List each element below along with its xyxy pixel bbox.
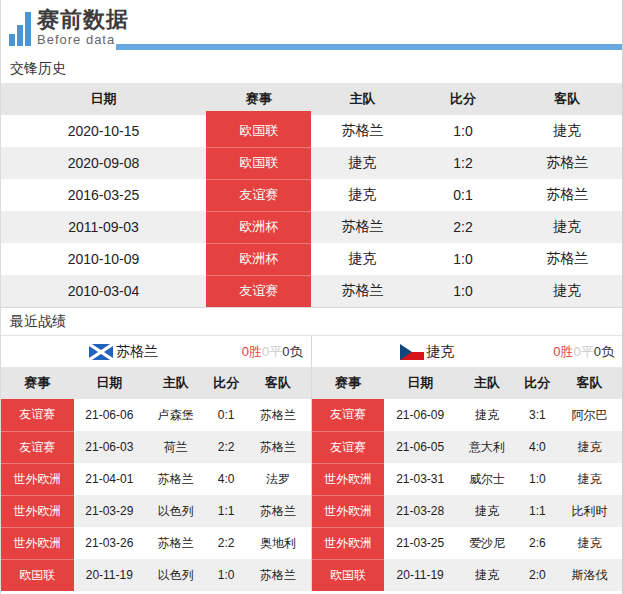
table-row: 友谊赛21-06-09捷克3:1阿尔巴 — [312, 399, 623, 431]
home-cell: 以色列 — [145, 495, 207, 527]
home-cell: 捷克 — [311, 147, 413, 179]
competition-badge: 世外欧洲 — [1, 527, 74, 559]
date-cell: 2011-09-03 — [1, 211, 206, 243]
table-row: 2010-10-09欧洲杯捷克1:0苏格兰 — [1, 243, 622, 275]
home-cell: 苏格兰 — [311, 211, 413, 243]
table-row: 友谊赛21-06-06卢森堡0:1苏格兰 — [1, 399, 311, 431]
competition-badge: 欧国联 — [1, 559, 74, 591]
score-cell: 4:0 — [518, 431, 557, 463]
date-cell: 21-03-31 — [384, 463, 455, 495]
date-cell: 2010-03-04 — [1, 275, 206, 307]
col-header-date: 日期 — [384, 367, 455, 399]
competition-badge: 友谊赛 — [312, 399, 385, 431]
home-cell: 卢森堡 — [145, 399, 207, 431]
away-cell: 苏格兰 — [513, 179, 622, 211]
score-cell: 1:0 — [413, 275, 512, 307]
competition-badge: 友谊赛 — [312, 431, 385, 463]
header-accent-bar — [116, 44, 622, 50]
date-cell: 2010-10-09 — [1, 243, 206, 275]
competition-badge: 友谊赛 — [1, 431, 74, 463]
table-row: 世外欧洲21-03-28捷克1:1比利时 — [312, 495, 623, 527]
away-cell: 苏格兰 — [245, 399, 310, 431]
away-cell: 苏格兰 — [513, 243, 622, 275]
table-row: 欧国联20-11-19以色列1:0苏格兰 — [1, 559, 311, 591]
away-cell: 捷克 — [557, 463, 622, 495]
away-cell: 捷克 — [557, 527, 622, 559]
date-cell: 2020-09-08 — [1, 147, 206, 179]
table-row: 世外欧洲21-03-26苏格兰2:2奥地利 — [1, 527, 311, 559]
home-cell: 捷克 — [456, 399, 518, 431]
score-cell: 0:1 — [413, 179, 512, 211]
recent-results-section: 最近战绩 苏格兰 0胜0平0负 — [1, 307, 622, 591]
home-cell: 捷克 — [311, 243, 413, 275]
away-cell: 苏格兰 — [245, 559, 310, 591]
competition-badge: 友谊赛 — [206, 179, 312, 211]
table-row: 2020-10-15欧国联苏格兰1:0捷克 — [1, 115, 622, 147]
record-losses: 0负 — [282, 344, 302, 359]
home-cell: 苏格兰 — [311, 275, 413, 307]
logo-title: 赛前数据 — [37, 9, 129, 31]
competition-badge: 欧洲杯 — [206, 211, 312, 243]
home-cell: 捷克 — [456, 559, 518, 591]
record-losses: 0负 — [594, 344, 614, 359]
away-cell: 斯洛伐 — [557, 559, 622, 591]
record-draws: 0平 — [574, 344, 594, 359]
recent-table-czech: 赛事 日期 主队 比分 客队 友谊赛21-06-09捷克3:1阿尔巴友谊赛21-… — [312, 367, 623, 591]
team-name: 苏格兰 — [116, 343, 158, 361]
table-row: 世外欧洲21-03-29以色列1:1苏格兰 — [1, 495, 311, 527]
h2h-table: 日期 赛事 主队 比分 客队 2020-10-15欧国联苏格兰1:0捷克2020… — [1, 83, 622, 307]
score-cell: 4:0 — [207, 463, 246, 495]
table-row: 友谊赛21-06-03荷兰2:2苏格兰 — [1, 431, 311, 463]
col-header-away: 客队 — [245, 367, 310, 399]
col-header-competition: 赛事 — [1, 367, 74, 399]
competition-badge: 世外欧洲 — [1, 463, 74, 495]
col-header-competition: 赛事 — [312, 367, 385, 399]
team-strip-scotland: 苏格兰 0胜0平0负 — [1, 336, 311, 367]
competition-badge: 欧国联 — [206, 147, 312, 179]
before-data-logo: 赛前数据 Before data — [9, 8, 129, 46]
team-scotland: 苏格兰 — [89, 343, 158, 361]
col-header-score: 比分 — [518, 367, 557, 399]
score-cell: 1:1 — [518, 495, 557, 527]
score-cell: 2:2 — [413, 211, 512, 243]
team-czech: 捷克 — [400, 343, 455, 361]
record-wins: 0胜 — [553, 344, 573, 359]
record-czech: 0胜0平0负 — [553, 343, 614, 361]
team-name: 捷克 — [427, 343, 455, 361]
home-cell: 捷克 — [311, 179, 413, 211]
date-cell: 21-04-01 — [74, 463, 145, 495]
h2h-header-row: 日期 赛事 主队 比分 客队 — [1, 83, 622, 115]
record-draws: 0平 — [262, 344, 282, 359]
home-cell: 威尔士 — [456, 463, 518, 495]
score-cell: 1:0 — [518, 463, 557, 495]
date-cell: 20-11-19 — [384, 559, 455, 591]
home-cell: 意大利 — [456, 431, 518, 463]
col-header-date: 日期 — [74, 367, 145, 399]
away-cell: 捷克 — [557, 431, 622, 463]
recent-panel-czech: 捷克 0胜0平0负 赛事 日期 主队 比分 — [312, 336, 623, 591]
page-header: 赛前数据 Before data — [1, 0, 622, 55]
recent-header-row: 赛事 日期 主队 比分 客队 — [312, 367, 623, 399]
table-row: 世外欧洲21-04-01苏格兰4:0法罗 — [1, 463, 311, 495]
date-cell: 21-06-06 — [74, 399, 145, 431]
away-cell: 捷克 — [513, 115, 622, 147]
competition-badge: 世外欧洲 — [1, 495, 74, 527]
away-cell: 捷克 — [513, 275, 622, 307]
date-cell: 21-06-03 — [74, 431, 145, 463]
recent-panels: 苏格兰 0胜0平0负 赛事 日期 主队 比分 — [1, 336, 622, 591]
away-cell: 苏格兰 — [245, 495, 310, 527]
team-strip-czech: 捷克 0胜0平0负 — [312, 336, 623, 367]
table-row: 2016-03-25友谊赛捷克0:1苏格兰 — [1, 179, 622, 211]
recent-table-scotland: 赛事 日期 主队 比分 客队 友谊赛21-06-06卢森堡0:1苏格兰友谊赛21… — [1, 367, 311, 591]
home-cell: 爱沙尼 — [456, 527, 518, 559]
czech-flag-icon — [400, 344, 424, 360]
home-cell: 以色列 — [145, 559, 207, 591]
home-cell: 荷兰 — [145, 431, 207, 463]
date-cell: 21-03-26 — [74, 527, 145, 559]
bar-chart-icon — [9, 8, 33, 46]
score-cell: 1:0 — [207, 559, 246, 591]
logo-text: 赛前数据 Before data — [37, 9, 129, 46]
score-cell: 1:0 — [413, 243, 512, 275]
col-header-home: 主队 — [145, 367, 207, 399]
col-header-competition: 赛事 — [206, 83, 312, 115]
